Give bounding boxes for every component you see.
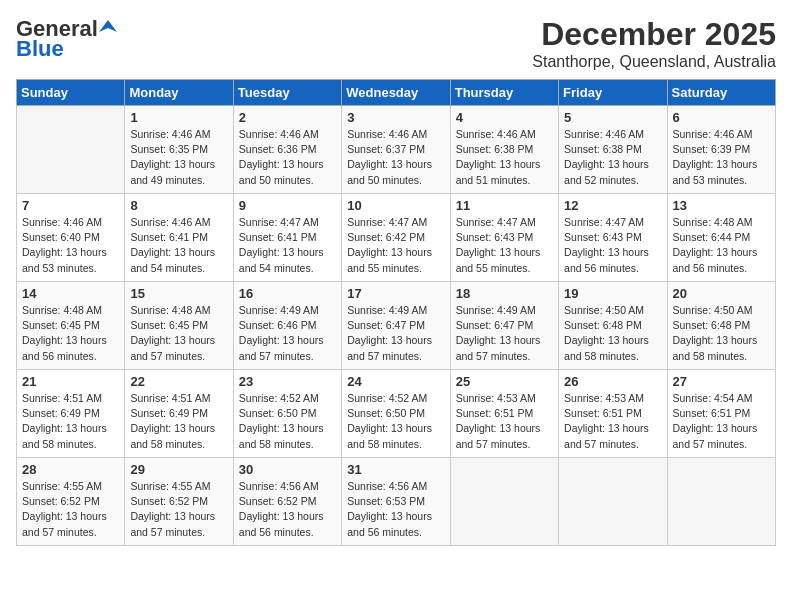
calendar-cell: 28Sunrise: 4:55 AMSunset: 6:52 PMDayligh… <box>17 458 125 546</box>
day-info: Sunrise: 4:48 AMSunset: 6:44 PMDaylight:… <box>673 215 770 276</box>
title-block: December 2025 Stanthorpe, Queensland, Au… <box>532 16 776 71</box>
calendar-header-row: SundayMondayTuesdayWednesdayThursdayFrid… <box>17 80 776 106</box>
column-header-tuesday: Tuesday <box>233 80 341 106</box>
day-info: Sunrise: 4:46 AMSunset: 6:40 PMDaylight:… <box>22 215 119 276</box>
day-info: Sunrise: 4:56 AMSunset: 6:52 PMDaylight:… <box>239 479 336 540</box>
day-number: 27 <box>673 374 770 389</box>
calendar-cell: 27Sunrise: 4:54 AMSunset: 6:51 PMDayligh… <box>667 370 775 458</box>
day-number: 2 <box>239 110 336 125</box>
day-number: 21 <box>22 374 119 389</box>
calendar-cell: 26Sunrise: 4:53 AMSunset: 6:51 PMDayligh… <box>559 370 667 458</box>
day-info: Sunrise: 4:48 AMSunset: 6:45 PMDaylight:… <box>130 303 227 364</box>
calendar-cell: 5Sunrise: 4:46 AMSunset: 6:38 PMDaylight… <box>559 106 667 194</box>
calendar-cell <box>17 106 125 194</box>
day-info: Sunrise: 4:47 AMSunset: 6:43 PMDaylight:… <box>564 215 661 276</box>
calendar-cell: 29Sunrise: 4:55 AMSunset: 6:52 PMDayligh… <box>125 458 233 546</box>
column-header-saturday: Saturday <box>667 80 775 106</box>
calendar-cell: 23Sunrise: 4:52 AMSunset: 6:50 PMDayligh… <box>233 370 341 458</box>
day-number: 4 <box>456 110 553 125</box>
day-number: 5 <box>564 110 661 125</box>
calendar-week-3: 14Sunrise: 4:48 AMSunset: 6:45 PMDayligh… <box>17 282 776 370</box>
day-number: 15 <box>130 286 227 301</box>
calendar-cell: 30Sunrise: 4:56 AMSunset: 6:52 PMDayligh… <box>233 458 341 546</box>
calendar-cell: 9Sunrise: 4:47 AMSunset: 6:41 PMDaylight… <box>233 194 341 282</box>
day-number: 6 <box>673 110 770 125</box>
day-info: Sunrise: 4:46 AMSunset: 6:36 PMDaylight:… <box>239 127 336 188</box>
logo: General Blue <box>16 16 117 62</box>
day-info: Sunrise: 4:48 AMSunset: 6:45 PMDaylight:… <box>22 303 119 364</box>
day-info: Sunrise: 4:50 AMSunset: 6:48 PMDaylight:… <box>564 303 661 364</box>
calendar-cell: 18Sunrise: 4:49 AMSunset: 6:47 PMDayligh… <box>450 282 558 370</box>
calendar-cell: 2Sunrise: 4:46 AMSunset: 6:36 PMDaylight… <box>233 106 341 194</box>
day-number: 25 <box>456 374 553 389</box>
day-number: 31 <box>347 462 444 477</box>
page-subtitle: Stanthorpe, Queensland, Australia <box>532 53 776 71</box>
day-info: Sunrise: 4:46 AMSunset: 6:41 PMDaylight:… <box>130 215 227 276</box>
day-info: Sunrise: 4:55 AMSunset: 6:52 PMDaylight:… <box>22 479 119 540</box>
calendar-cell: 12Sunrise: 4:47 AMSunset: 6:43 PMDayligh… <box>559 194 667 282</box>
day-info: Sunrise: 4:46 AMSunset: 6:35 PMDaylight:… <box>130 127 227 188</box>
calendar-cell: 24Sunrise: 4:52 AMSunset: 6:50 PMDayligh… <box>342 370 450 458</box>
calendar-cell: 20Sunrise: 4:50 AMSunset: 6:48 PMDayligh… <box>667 282 775 370</box>
day-info: Sunrise: 4:53 AMSunset: 6:51 PMDaylight:… <box>564 391 661 452</box>
column-header-sunday: Sunday <box>17 80 125 106</box>
page-header: General Blue December 2025 Stanthorpe, Q… <box>16 16 776 71</box>
day-number: 7 <box>22 198 119 213</box>
day-number: 12 <box>564 198 661 213</box>
page-title: December 2025 <box>532 16 776 53</box>
day-number: 28 <box>22 462 119 477</box>
day-number: 10 <box>347 198 444 213</box>
day-info: Sunrise: 4:56 AMSunset: 6:53 PMDaylight:… <box>347 479 444 540</box>
day-info: Sunrise: 4:47 AMSunset: 6:41 PMDaylight:… <box>239 215 336 276</box>
day-number: 23 <box>239 374 336 389</box>
calendar-week-4: 21Sunrise: 4:51 AMSunset: 6:49 PMDayligh… <box>17 370 776 458</box>
day-number: 19 <box>564 286 661 301</box>
day-info: Sunrise: 4:46 AMSunset: 6:38 PMDaylight:… <box>564 127 661 188</box>
day-info: Sunrise: 4:50 AMSunset: 6:48 PMDaylight:… <box>673 303 770 364</box>
day-number: 22 <box>130 374 227 389</box>
day-info: Sunrise: 4:51 AMSunset: 6:49 PMDaylight:… <box>130 391 227 452</box>
day-info: Sunrise: 4:49 AMSunset: 6:47 PMDaylight:… <box>347 303 444 364</box>
calendar-cell <box>559 458 667 546</box>
calendar-week-1: 1Sunrise: 4:46 AMSunset: 6:35 PMDaylight… <box>17 106 776 194</box>
calendar-table: SundayMondayTuesdayWednesdayThursdayFrid… <box>16 79 776 546</box>
calendar-cell: 22Sunrise: 4:51 AMSunset: 6:49 PMDayligh… <box>125 370 233 458</box>
calendar-cell: 25Sunrise: 4:53 AMSunset: 6:51 PMDayligh… <box>450 370 558 458</box>
calendar-week-2: 7Sunrise: 4:46 AMSunset: 6:40 PMDaylight… <box>17 194 776 282</box>
calendar-cell: 4Sunrise: 4:46 AMSunset: 6:38 PMDaylight… <box>450 106 558 194</box>
day-info: Sunrise: 4:55 AMSunset: 6:52 PMDaylight:… <box>130 479 227 540</box>
day-number: 17 <box>347 286 444 301</box>
calendar-cell: 7Sunrise: 4:46 AMSunset: 6:40 PMDaylight… <box>17 194 125 282</box>
day-info: Sunrise: 4:54 AMSunset: 6:51 PMDaylight:… <box>673 391 770 452</box>
calendar-cell: 19Sunrise: 4:50 AMSunset: 6:48 PMDayligh… <box>559 282 667 370</box>
column-header-thursday: Thursday <box>450 80 558 106</box>
day-number: 18 <box>456 286 553 301</box>
calendar-cell: 17Sunrise: 4:49 AMSunset: 6:47 PMDayligh… <box>342 282 450 370</box>
day-info: Sunrise: 4:46 AMSunset: 6:37 PMDaylight:… <box>347 127 444 188</box>
day-number: 3 <box>347 110 444 125</box>
day-info: Sunrise: 4:49 AMSunset: 6:46 PMDaylight:… <box>239 303 336 364</box>
day-number: 29 <box>130 462 227 477</box>
calendar-cell: 13Sunrise: 4:48 AMSunset: 6:44 PMDayligh… <box>667 194 775 282</box>
svg-marker-0 <box>99 20 117 32</box>
calendar-cell: 3Sunrise: 4:46 AMSunset: 6:37 PMDaylight… <box>342 106 450 194</box>
day-info: Sunrise: 4:47 AMSunset: 6:43 PMDaylight:… <box>456 215 553 276</box>
day-info: Sunrise: 4:53 AMSunset: 6:51 PMDaylight:… <box>456 391 553 452</box>
calendar-cell: 1Sunrise: 4:46 AMSunset: 6:35 PMDaylight… <box>125 106 233 194</box>
day-info: Sunrise: 4:47 AMSunset: 6:42 PMDaylight:… <box>347 215 444 276</box>
calendar-cell: 14Sunrise: 4:48 AMSunset: 6:45 PMDayligh… <box>17 282 125 370</box>
calendar-cell: 16Sunrise: 4:49 AMSunset: 6:46 PMDayligh… <box>233 282 341 370</box>
day-number: 1 <box>130 110 227 125</box>
column-header-wednesday: Wednesday <box>342 80 450 106</box>
day-info: Sunrise: 4:46 AMSunset: 6:39 PMDaylight:… <box>673 127 770 188</box>
day-number: 14 <box>22 286 119 301</box>
day-number: 13 <box>673 198 770 213</box>
logo-blue-text: Blue <box>16 36 64 62</box>
calendar-week-5: 28Sunrise: 4:55 AMSunset: 6:52 PMDayligh… <box>17 458 776 546</box>
calendar-cell <box>450 458 558 546</box>
column-header-monday: Monday <box>125 80 233 106</box>
day-number: 16 <box>239 286 336 301</box>
day-number: 11 <box>456 198 553 213</box>
calendar-cell <box>667 458 775 546</box>
day-number: 24 <box>347 374 444 389</box>
